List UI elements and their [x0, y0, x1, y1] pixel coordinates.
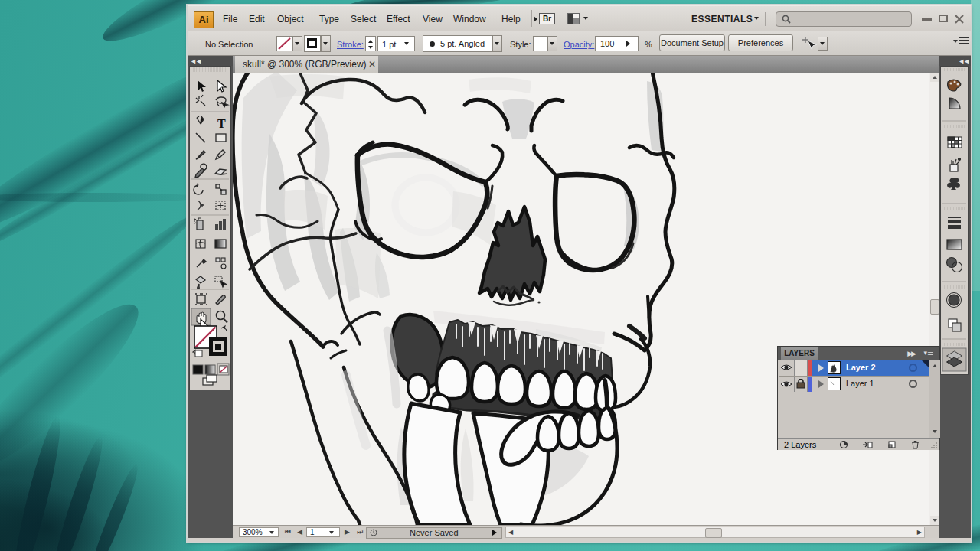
svg-text:T: T — [217, 117, 226, 130]
